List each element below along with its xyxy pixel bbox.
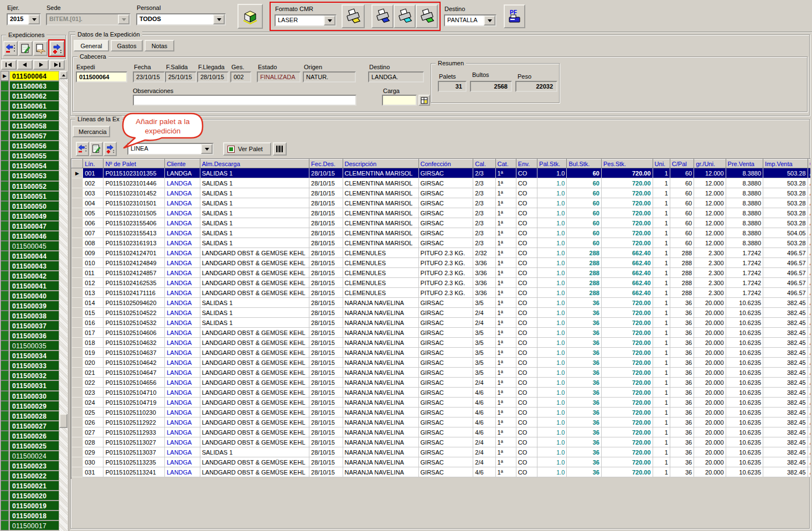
column-header-uni[interactable]: Uni. <box>653 159 670 168</box>
cell-pre[interactable]: 8.3880 <box>726 218 763 228</box>
row-selector[interactable] <box>72 318 83 328</box>
cell-cpal[interactable]: 36 <box>670 447 694 457</box>
cell-pre[interactable]: 8.3880 <box>726 168 763 178</box>
cell-cpal[interactable]: 36 <box>670 417 694 427</box>
expedition-number[interactable]: 011500029 <box>9 401 59 411</box>
cell-palet[interactable]: P01151025104656 <box>104 378 165 388</box>
row-selector[interactable] <box>1 411 9 421</box>
cell-bulstk[interactable]: 288 <box>567 268 601 278</box>
table-row[interactable]: 013P01151024171116LANDGALANDGARD OBST & … <box>72 288 811 298</box>
cell-conf[interactable]: PITUFO 2.3 KG. <box>418 258 473 268</box>
column-header-cat[interactable]: Cat. <box>495 159 516 168</box>
cell-env[interactable]: CO <box>516 248 537 258</box>
cell-conf[interactable]: PITUFO 2.3 KG. <box>418 248 473 258</box>
cell-gruni[interactable]: 20.000 <box>694 298 726 308</box>
cell-palstk[interactable]: 1.0 <box>537 278 567 288</box>
cell-imp[interactable]: 382.45 <box>763 328 808 338</box>
cell-cal[interactable]: 3/5 <box>473 368 495 378</box>
cell-pre[interactable]: 10.6235 <box>726 348 763 358</box>
linea-combo[interactable]: LINEA <box>127 143 214 155</box>
cell-cal[interactable]: 4/6 <box>473 398 495 408</box>
cell-cpal[interactable]: 288 <box>670 258 694 268</box>
cell-pre[interactable]: 10.6235 <box>726 318 763 328</box>
table-row[interactable]: 005P01151023101505LANDGASALIDAS 128/10/1… <box>72 208 811 218</box>
cell-conf[interactable]: GIRSAC <box>418 368 473 378</box>
cell-cliente[interactable]: LANDGA <box>165 388 200 398</box>
cell-cat[interactable]: 1ª <box>495 318 516 328</box>
cell-palet[interactable]: P01151025104719 <box>104 398 165 408</box>
row-selector[interactable] <box>1 211 9 221</box>
cell-desc[interactable]: NARANJA NAVELINA <box>343 447 418 457</box>
cell-conf[interactable]: GIRSAC <box>418 308 473 318</box>
cell-cpal[interactable]: 36 <box>670 408 694 417</box>
cell-palet[interactable]: P01151025104522 <box>104 308 165 318</box>
expedition-number[interactable]: 011500039 <box>9 301 59 311</box>
cell-bulstk[interactable]: 36 <box>567 318 601 328</box>
expedition-number[interactable]: 011500049 <box>9 211 59 221</box>
row-selector[interactable] <box>1 421 9 431</box>
table-row[interactable]: 020P01151025104642LANDGALANDGARD OBST & … <box>72 358 811 368</box>
cell-bulstk[interactable]: 36 <box>567 368 601 378</box>
cell-env[interactable]: CO <box>516 228 537 238</box>
cell-gruni[interactable]: 20.000 <box>694 427 726 437</box>
cell-conf[interactable]: GIRSAC <box>418 417 473 427</box>
cell-pesstk[interactable]: 720.00 <box>601 358 653 368</box>
cell-fec[interactable]: 28/10/15 <box>309 188 343 198</box>
cell-imp[interactable]: 382.45 <box>763 447 808 457</box>
cell-cat[interactable]: 1ª <box>495 348 516 358</box>
cell-cat[interactable]: 1ª <box>495 447 516 457</box>
cell-flag[interactable]: A <box>808 457 810 467</box>
cell-bulstk[interactable]: 36 <box>567 358 601 368</box>
cell-pre[interactable]: 8.3880 <box>726 208 763 218</box>
cell-palstk[interactable]: 1.0 <box>537 467 567 477</box>
expedition-number[interactable]: 011500058 <box>9 121 59 131</box>
row-selector[interactable] <box>72 308 83 318</box>
cell-gruni[interactable]: 20.000 <box>694 467 726 477</box>
cell-cal[interactable]: 2/3 <box>473 168 495 178</box>
cell-palstk[interactable]: 1.0 <box>537 408 567 417</box>
cell-env[interactable]: CO <box>516 427 537 437</box>
expedition-number[interactable]: 011500035 <box>9 341 59 350</box>
expedition-list-item[interactable]: 011500040 <box>1 291 59 301</box>
cell-bulstk[interactable]: 60 <box>567 198 601 208</box>
table-row[interactable]: 026P01151025112922LANDGALANDGARD OBST & … <box>72 417 811 427</box>
cell-palet[interactable]: P01151025112922 <box>104 417 165 427</box>
expedition-number[interactable]: 011500031 <box>9 380 59 390</box>
barcode-button[interactable] <box>273 142 287 156</box>
cell-flag[interactable]: A <box>808 328 810 338</box>
cell-fec[interactable]: 28/10/15 <box>309 427 343 437</box>
cell-pesstk[interactable]: 720.00 <box>601 318 653 328</box>
cell-uni[interactable]: 1 <box>653 288 670 298</box>
expedition-list-item[interactable]: 011500023 <box>1 461 59 471</box>
cell-cal[interactable]: 2/3 <box>473 198 495 208</box>
cell-cliente[interactable]: LANDGA <box>165 398 200 408</box>
cell-cat[interactable]: 1ª <box>495 198 516 208</box>
column-header-flag[interactable]: C <box>808 159 810 168</box>
cell-palet[interactable]: P01151023101355 <box>104 168 165 178</box>
cell-cal[interactable]: 3/5 <box>473 328 495 338</box>
expedition-list-item[interactable]: 011500034 <box>1 350 59 360</box>
cell-bulstk[interactable]: 36 <box>567 338 601 348</box>
cell-palet[interactable]: P01151025104642 <box>104 358 165 368</box>
expedition-list-item[interactable]: 011500057 <box>1 131 59 141</box>
cell-cal[interactable]: 2/3 <box>473 218 495 228</box>
row-selector[interactable] <box>1 380 9 390</box>
cell-pesstk[interactable]: 662.40 <box>601 248 653 258</box>
cell-fec[interactable]: 28/10/15 <box>309 378 343 388</box>
chevron-down-icon[interactable] <box>324 16 335 25</box>
cell-cat[interactable]: 1ª <box>495 388 516 398</box>
row-selector[interactable] <box>72 228 83 238</box>
table-row[interactable]: 017P01151025104606LANDGALANDGARD OBST & … <box>72 328 811 338</box>
expedition-number[interactable]: 011500054 <box>9 161 59 171</box>
cell-uni[interactable]: 1 <box>653 178 670 188</box>
cell-alm[interactable]: LANDGARD OBST & GEMÜSE KEHL <box>200 248 309 258</box>
cell-alm[interactable]: LANDGARD OBST & GEMÜSE KEHL <box>200 268 309 278</box>
expedition-list-item[interactable]: 011500046 <box>1 231 59 241</box>
cell-alm[interactable]: SALIDAS 1 <box>200 208 309 218</box>
cell-conf[interactable]: GIRSAC <box>418 168 473 178</box>
cell-cpal[interactable]: 36 <box>670 398 694 408</box>
expedition-number[interactable]: 011500050 <box>9 201 59 211</box>
row-selector[interactable] <box>1 491 9 501</box>
cell-env[interactable]: CO <box>516 338 537 348</box>
cell-palet[interactable]: P01151025113027 <box>104 437 165 447</box>
